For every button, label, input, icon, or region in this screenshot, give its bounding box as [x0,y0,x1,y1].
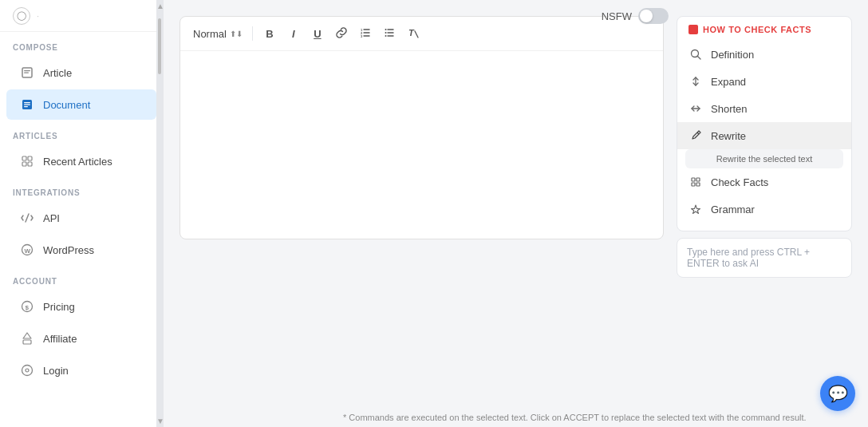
ai-input-box[interactable]: Type here and press CTRL + ENTER to ask … [677,238,852,278]
sidebar-item-document[interactable]: Document [6,89,156,120]
svg-rect-1 [24,70,30,71]
definition-icon [688,47,703,61]
sidebar-item-wordpress[interactable]: W WordPress [6,235,156,265]
svg-text:W: W [25,247,31,255]
svg-rect-9 [22,162,26,166]
panel-section-label: HOW TO CHECK FACTS [703,25,811,34]
document-icon [19,97,35,113]
svg-line-33 [415,31,418,38]
italic-button[interactable]: I [283,23,304,44]
section-label-integrations: INTEGRATIONS [0,177,163,202]
svg-point-28 [385,35,386,37]
svg-point-26 [385,29,386,30]
bold-button[interactable]: B [259,23,280,44]
sidebar-top-icon: ◯ [13,7,30,25]
scrollbar-thumb [158,18,161,74]
rewrite-label: Rewrite [711,130,746,142]
link-icon [336,27,347,41]
clear-format-button[interactable]: T [403,23,424,44]
sidebar-item-recent-articles[interactable]: Recent Articles [6,146,156,176]
svg-marker-17 [23,333,31,338]
sidebar-item-article[interactable]: Article [6,57,156,88]
svg-rect-40 [696,178,700,181]
check-facts-icon [688,175,703,189]
sidebar-item-affiliate[interactable]: Affiliate [6,323,156,354]
ordered-list-icon: 1 2 3 [360,27,371,41]
editor-content-area[interactable] [180,51,663,239]
svg-rect-8 [28,156,32,160]
section-label-articles: ARTICLES [0,121,163,145]
svg-text:$: $ [26,304,30,311]
wordpress-icon: W [19,242,35,258]
sidebar-item-login-label: Login [43,365,69,377]
svg-rect-10 [28,162,32,166]
sidebar-item-wordpress-label: WordPress [43,244,94,256]
panel-header: HOW TO CHECK FACTS [677,25,851,41]
svg-rect-7 [22,156,26,160]
section-label-account: ACCOUNT [0,266,163,291]
panel-item-expand[interactable]: Expand [677,68,851,95]
shorten-icon [688,101,703,116]
chat-bubble-icon: 💬 [828,384,848,403]
definition-label: Definition [711,49,754,61]
sidebar-item-document-label: Document [43,99,90,111]
pricing-icon: $ [19,299,35,314]
svg-point-27 [385,32,386,34]
ordered-list-button[interactable]: 1 2 3 [355,23,376,44]
ai-placeholder: Type here and press CTRL + ENTER to ask … [687,247,810,269]
panel-item-rewrite[interactable]: Rewrite [677,122,851,149]
scroll-down-arrow[interactable]: ▼ [156,415,163,427]
grammar-label: Grammar [711,204,755,215]
unordered-list-button[interactable] [379,23,400,44]
svg-rect-4 [24,102,30,103]
sidebar-item-api-label: API [43,212,60,224]
how-to-check-panel: HOW TO CHECK FACTS Definition [677,16,852,231]
section-label-compose: COMPOSE [0,32,163,57]
toggle-thumb [640,10,653,22]
nsfw-toggle[interactable] [638,8,669,24]
editor-container: Normal ⬆⬇ B I U [180,16,664,239]
panel-item-shorten[interactable]: Shorten [677,95,851,122]
expand-label: Expand [711,76,746,88]
format-select[interactable]: Normal ⬆⬇ [190,26,246,42]
format-label: Normal [193,28,227,40]
toolbar-divider-1 [252,26,253,41]
svg-rect-39 [692,178,695,181]
svg-rect-42 [696,183,700,186]
svg-line-38 [697,132,699,134]
panel-item-grammar[interactable]: Grammar [677,196,851,223]
sidebar-item-login[interactable]: Login [6,355,156,385]
bold-icon: B [266,28,273,40]
sidebar-top: ◯ · [0,0,163,32]
svg-rect-2 [24,73,29,73]
main-content: NSFW Normal ⬆⬇ B I U [164,0,868,427]
sidebar-item-recent-articles-label: Recent Articles [43,156,112,168]
svg-point-18 [22,366,33,376]
sidebar-item-pricing[interactable]: $ Pricing [6,291,156,322]
format-chevron: ⬆⬇ [230,30,243,38]
bottom-note: * Commands are executed on the selected … [327,408,868,427]
rewrite-icon [688,128,703,143]
chat-bubble-button[interactable]: 💬 [820,376,855,411]
shorten-label: Shorten [711,103,748,115]
check-facts-label: Check Facts [711,176,768,188]
link-button[interactable] [331,23,352,44]
svg-line-11 [26,214,29,222]
sidebar-scrollbar: ▲ ▼ [156,0,163,427]
scroll-up-arrow[interactable]: ▲ [156,0,163,12]
sidebar-item-article-label: Article [43,67,72,79]
underline-button[interactable]: U [307,23,328,44]
rewrite-tooltip: Rewrite the selected text [685,149,843,168]
svg-rect-5 [24,105,30,105]
article-icon [19,65,35,81]
api-icon [19,210,35,226]
sidebar-item-api[interactable]: API [6,203,156,233]
editor-area: Normal ⬆⬇ B I U [164,0,868,427]
svg-text:3: 3 [361,34,363,38]
italic-icon: I [292,28,295,40]
panel-item-definition[interactable]: Definition [677,41,851,68]
svg-rect-6 [24,106,28,107]
right-panel: HOW TO CHECK FACTS Definition [677,16,852,278]
panel-item-check-facts[interactable]: Check Facts [677,168,851,196]
underline-icon: U [314,28,321,40]
